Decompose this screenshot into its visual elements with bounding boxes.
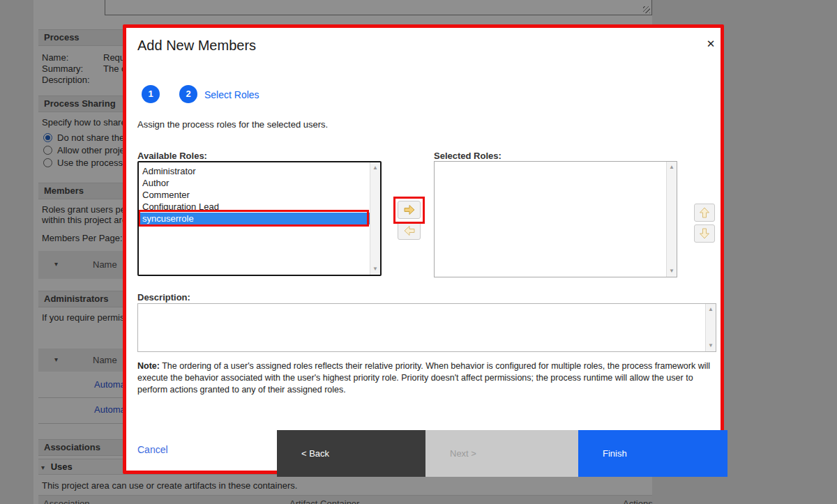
back-button[interactable]: < Back (277, 430, 425, 477)
step-1-indicator[interactable]: 1 (142, 85, 160, 103)
scroll-down-icon[interactable]: ▼ (370, 264, 380, 274)
move-left-button[interactable] (398, 222, 421, 240)
scroll-down-icon[interactable]: ▼ (706, 341, 716, 351)
note-text: The ordering of a user's assigned roles … (137, 361, 710, 395)
step-active-label: Select Roles (204, 89, 259, 100)
move-right-button[interactable] (398, 201, 421, 219)
back-button-label: < Back (301, 448, 329, 459)
role-option-commenter[interactable]: Commenter (139, 189, 370, 201)
scroll-up-icon[interactable]: ▲ (370, 163, 380, 173)
arrow-right-icon (402, 203, 416, 217)
next-button-label: Next > (450, 448, 476, 459)
role-option-administrator[interactable]: Administrator (139, 165, 370, 177)
step-2-indicator[interactable]: 2 (179, 85, 197, 103)
priority-note: Note: The ordering of a user's assigned … (137, 360, 721, 396)
dialog-title: Add New Members (137, 38, 256, 54)
scrollbar[interactable]: ▲ ▼ (666, 162, 677, 277)
arrow-left-icon (402, 224, 416, 238)
scroll-up-icon[interactable]: ▲ (667, 162, 677, 172)
move-down-button[interactable] (694, 224, 715, 243)
arrow-up-icon (698, 206, 711, 220)
selected-roles-listbox[interactable]: ▲ ▼ (434, 161, 677, 277)
role-option-configuration-lead[interactable]: Configuration Lead (139, 201, 370, 213)
scroll-up-icon[interactable]: ▲ (706, 305, 716, 314)
scrollbar[interactable]: ▲ ▼ (370, 162, 380, 275)
available-roles-list: AdministratorAuthorCommenterConfiguratio… (139, 162, 370, 275)
close-icon[interactable]: ✕ (702, 36, 719, 52)
finish-button-label: Finish (603, 448, 627, 459)
description-textarea[interactable]: ▲ ▼ (137, 303, 716, 352)
arrow-down-icon (698, 227, 711, 240)
selected-roles-label: Selected Roles: (434, 151, 502, 161)
available-roles-listbox[interactable]: AdministratorAuthorCommenterConfiguratio… (137, 161, 382, 276)
finish-button[interactable]: Finish (578, 430, 727, 477)
scrollbar[interactable]: ▲ ▼ (705, 304, 716, 351)
cancel-button[interactable]: Cancel (137, 444, 168, 455)
selected-roles-list (435, 162, 666, 277)
screen: Process Name: Requ Summary: The c Descri… (0, 0, 837, 504)
dialog-instruction: Assign the process roles for the selecte… (137, 119, 328, 130)
available-roles-label: Available Roles: (137, 151, 207, 161)
add-new-members-dialog: Add New Members ✕ 1 2 Select Roles Assig… (123, 24, 724, 474)
next-button: Next > (425, 430, 578, 477)
description-label: Description: (137, 292, 190, 303)
scroll-down-icon[interactable]: ▼ (667, 266, 677, 276)
move-up-button[interactable] (694, 204, 715, 222)
note-bold: Note: (137, 361, 160, 371)
role-option-syncuserrole[interactable]: syncuserrole (139, 213, 370, 224)
role-option-author[interactable]: Author (139, 177, 370, 189)
